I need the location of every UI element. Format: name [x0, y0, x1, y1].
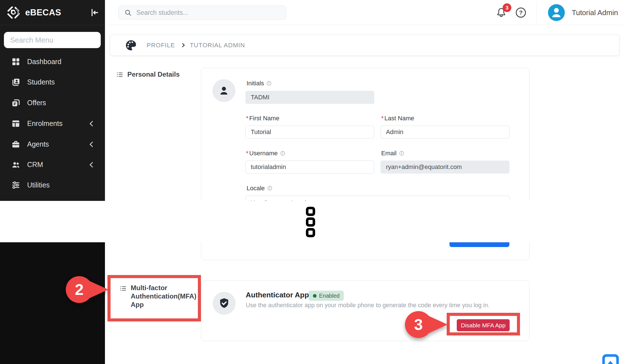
- svg-text:3: 3: [414, 316, 423, 333]
- enrolments-icon: [11, 119, 20, 128]
- status-dot-icon: [313, 294, 317, 298]
- info-icon: [266, 81, 271, 86]
- breadcrumb: PROFILE TUTORIAL ADMIN: [110, 35, 619, 56]
- email-field: [381, 161, 509, 173]
- sidebar-item-label: Offers: [27, 99, 46, 107]
- dashboard-icon: [11, 57, 20, 66]
- profile-avatar: [212, 79, 235, 102]
- palette-icon: [124, 39, 138, 52]
- authenticator-title: Authenticator App: [246, 291, 309, 299]
- breadcrumb-section[interactable]: PROFILE: [147, 42, 175, 49]
- locale-label: Locale: [247, 185, 272, 192]
- sidebar-item-label: Dashboard: [27, 58, 61, 66]
- sidebar-item-label: Students: [27, 78, 55, 86]
- svg-text:2: 2: [75, 281, 83, 298]
- authenticator-description: Use the authenticator app on your mobile…: [246, 302, 490, 309]
- disable-mfa-button[interactable]: Disable MFA App: [457, 319, 510, 331]
- notification-count-badge: 3: [503, 3, 511, 12]
- list-icon: [120, 285, 127, 292]
- chevron-right-icon: [181, 43, 185, 48]
- search-icon: [124, 9, 132, 17]
- scroll-to-top-button[interactable]: [602, 354, 619, 364]
- chevron-left-icon: [90, 121, 95, 126]
- info-icon: [280, 151, 285, 156]
- content-cut-indicator: [306, 228, 315, 237]
- initials-label: Initials: [247, 80, 271, 87]
- topbar-divider: [536, 2, 537, 23]
- sidebar-search-input[interactable]: [4, 32, 101, 48]
- chevron-left-icon: [90, 142, 95, 147]
- app-window: eBECAS Dashboard Studen: [0, 0, 623, 364]
- section-nav-label: Multi-factor Authentication(MFA) App: [131, 284, 198, 309]
- section-nav-personal-details[interactable]: Personal Details: [116, 71, 180, 78]
- help-icon[interactable]: [516, 8, 526, 18]
- breadcrumb-current: TUTORIAL ADMIN: [190, 42, 245, 49]
- notifications-button[interactable]: 3: [496, 7, 508, 20]
- sidebar-collapse-icon[interactable]: [89, 8, 99, 17]
- last-name-field[interactable]: [381, 126, 509, 138]
- last-name-label: * Last Name: [381, 115, 414, 122]
- utilities-icon: [11, 180, 20, 190]
- topbar: 3 Tutorial Admin: [105, 0, 623, 25]
- user-name: Tutorial Admin: [572, 0, 618, 25]
- sidebar-item-crm[interactable]: CRM: [0, 154, 105, 175]
- sidebar: eBECAS Dashboard Studen: [0, 0, 105, 201]
- sidebar-header: eBECAS: [0, 0, 105, 25]
- person-icon: [218, 84, 230, 97]
- brand-name: eBECAS: [25, 8, 61, 18]
- sidebar-item-agents[interactable]: Agents: [0, 134, 105, 154]
- sidebar-item-label: Agents: [27, 140, 49, 148]
- shield-avatar: [213, 292, 236, 315]
- student-search: [118, 6, 286, 20]
- content-cut-indicator: [306, 217, 315, 227]
- sidebar-search: [4, 32, 101, 48]
- sidebar-item-label: Enrolments: [27, 119, 62, 128]
- status-badge: Enabled: [309, 291, 344, 301]
- sidebar-item-enrolments[interactable]: Enrolments: [0, 113, 105, 134]
- info-icon: [267, 186, 272, 191]
- first-name-label: * First Name: [246, 115, 279, 122]
- email-label: Email: [381, 150, 404, 157]
- chevron-left-icon: [90, 162, 95, 168]
- sidebar-item-dashboard[interactable]: Dashboard: [0, 51, 105, 72]
- students-icon: [11, 78, 20, 87]
- sidebar-item-utilities[interactable]: Utilities: [0, 175, 105, 195]
- username-label: * Username: [246, 150, 285, 157]
- section-nav-mfa[interactable]: Multi-factor Authentication(MFA) App: [111, 278, 198, 318]
- arrow-up-icon: [606, 361, 614, 364]
- student-search-input[interactable]: [136, 6, 280, 19]
- first-name-field[interactable]: [245, 126, 374, 138]
- initials-field: [245, 91, 374, 104]
- list-icon: [116, 71, 123, 78]
- sidebar-item-label: CRM: [27, 161, 43, 169]
- sidebar-item-offers[interactable]: Offers: [0, 93, 105, 113]
- sidebar-item-label: Utilities: [27, 181, 50, 189]
- callout-step-3: 3: [402, 311, 448, 341]
- sidebar-item-students[interactable]: Students: [0, 72, 105, 92]
- crm-icon: [11, 160, 20, 169]
- person-icon: [549, 5, 564, 20]
- content-cut-indicator: [306, 207, 315, 216]
- user-avatar[interactable]: [548, 4, 565, 21]
- info-icon: [399, 151, 404, 156]
- shield-check-icon: [218, 297, 230, 309]
- username-field[interactable]: [245, 161, 374, 173]
- offers-icon: [11, 98, 20, 107]
- mfa-nav-highlight-box: Multi-factor Authentication(MFA) App: [107, 275, 201, 321]
- agents-icon: [11, 140, 20, 149]
- ebecas-logo-icon: [6, 5, 21, 20]
- authenticator-app-card: Authenticator App Enabled Use the authen…: [201, 280, 530, 341]
- callout-step-2: 2: [63, 276, 109, 306]
- section-nav-label: Personal Details: [127, 71, 180, 78]
